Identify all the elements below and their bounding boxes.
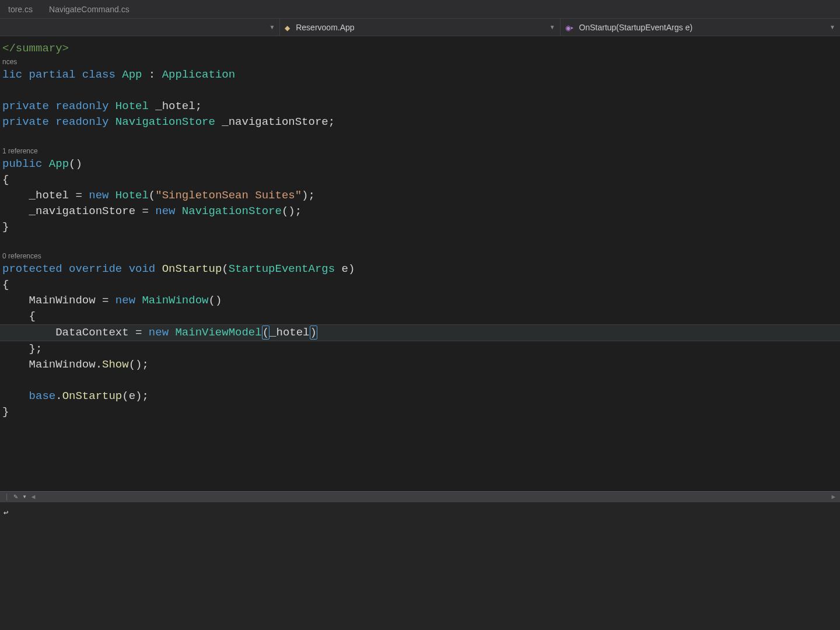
chevron-down-icon: ▼ (269, 24, 275, 30)
code-text: DataContext = (2, 326, 149, 339)
code-text: lic (2, 68, 29, 81)
code-text: class (82, 68, 122, 81)
code-text: App (49, 158, 69, 170)
code-text: MainWindow (142, 294, 208, 307)
code-editor[interactable]: </summary> nces lic partial class App : … (0, 36, 840, 491)
code-text: _hotel = (2, 189, 89, 202)
code-text: _navigationStore; (215, 116, 335, 128)
code-text: : (142, 68, 162, 81)
code-text: StartupEventArgs (229, 262, 335, 275)
code-text: e) (335, 262, 355, 275)
code-text: { (2, 278, 9, 291)
output-panel[interactable]: ↩ (0, 502, 840, 630)
code-navigation-bar: ▼ ◆ Reservoom.App ▼ ◉▸ OnStartup(Startup… (0, 19, 840, 36)
horizontal-scrollbar[interactable]: | ✎ ▾ ◀ ▶ (0, 491, 840, 502)
code-text: . (55, 390, 62, 402)
code-text: () (208, 294, 222, 307)
code-text: new (149, 326, 176, 339)
code-text: ( (222, 262, 228, 275)
code-text: readonly (55, 100, 116, 113)
code-text: partial (29, 68, 82, 81)
code-text: "SingletonSean Suites" (155, 189, 302, 202)
code-text: } (2, 405, 9, 418)
wrap-icon[interactable]: ↩ (4, 508, 8, 517)
code-text: NavigationStore (182, 205, 282, 218)
member-label: OnStartup(StartupEventArgs e) (579, 23, 693, 32)
chevron-down-icon: ▼ (830, 24, 835, 30)
tab-navigatecommand-cs[interactable]: NavigateCommand.cs (41, 0, 138, 18)
class-icon: ◆ (285, 24, 290, 32)
code-text: App (122, 68, 142, 81)
code-text: () (69, 158, 82, 170)
code-text: (e); (122, 390, 149, 402)
separator-icon: | (5, 493, 9, 501)
code-text: MainWindow = (2, 294, 116, 307)
code-text: base (29, 390, 56, 402)
code-text: new (116, 294, 142, 307)
code-text: }; (2, 342, 42, 355)
code-text: Application (162, 68, 235, 81)
scroll-right-icon[interactable]: ▶ (831, 493, 835, 501)
code-text: void (129, 262, 162, 275)
code-text: _hotel; (149, 100, 202, 113)
code-text (2, 390, 29, 402)
code-text: ( (149, 189, 155, 202)
current-line: DataContext = new MainViewModel(_hotel) (0, 324, 840, 341)
code-text: Hotel (116, 189, 149, 202)
scroll-track[interactable] (40, 494, 827, 501)
code-text: new (155, 205, 182, 218)
code-text: readonly (55, 116, 116, 128)
code-text: MainWindow. (2, 358, 102, 371)
code-text: OnStartup (162, 262, 222, 275)
class-dropdown[interactable]: ◆ Reservoom.App ▼ (280, 19, 560, 36)
code-text: MainViewModel (175, 326, 261, 339)
code-text: NavigationStore (116, 116, 215, 128)
code-text: ); (302, 189, 315, 202)
codelens-references[interactable]: nces (0, 57, 840, 67)
bracket-match-close: ) (310, 326, 317, 340)
code-text: (); (282, 205, 302, 218)
codelens-references[interactable]: 1 reference (0, 146, 840, 156)
code-text: Hotel (116, 100, 149, 113)
bracket-match-open: ( (262, 326, 270, 340)
code-text: (); (129, 358, 149, 371)
member-dropdown[interactable]: ◉▸ OnStartup(StartupEventArgs e) ▼ (561, 19, 840, 36)
code-text: </summary> (2, 42, 69, 55)
code-text: _hotel (270, 326, 309, 339)
brush-icon[interactable]: ✎ (13, 492, 18, 501)
code-text: OnStartup (62, 390, 123, 402)
code-text: override (69, 262, 129, 275)
scroll-left-icon[interactable]: ◀ (32, 493, 36, 501)
class-label: Reservoom.App (296, 23, 354, 32)
chevron-down-icon[interactable]: ▾ (22, 492, 26, 501)
tab-tore-cs[interactable]: tore.cs (0, 0, 41, 18)
code-text: private (2, 116, 55, 128)
code-text: { (2, 173, 9, 186)
codelens-references[interactable]: 0 references (0, 251, 840, 261)
code-text: { (2, 310, 36, 323)
scope-dropdown[interactable]: ▼ (0, 19, 280, 36)
code-text: private (2, 100, 55, 113)
chevron-down-icon: ▼ (550, 24, 555, 30)
method-icon: ◉▸ (565, 24, 573, 32)
code-text: public (2, 158, 49, 170)
document-tab-bar: tore.cs NavigateCommand.cs (0, 0, 840, 19)
code-text: _navigationStore = (2, 205, 155, 218)
code-text: protected (2, 262, 69, 275)
code-text: new (89, 189, 116, 202)
code-text: } (2, 220, 9, 233)
code-text: Show (102, 358, 129, 371)
